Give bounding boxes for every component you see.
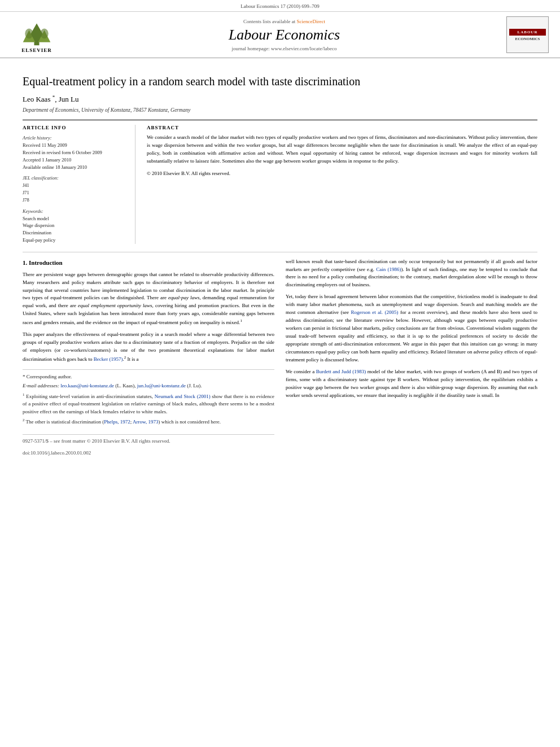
journal-homepage: journal homepage: www.elsevier.com/locat… <box>62 46 506 51</box>
keyword-search-model: Search model <box>23 215 128 222</box>
affiliation: Department of Economics, University of K… <box>23 107 537 113</box>
elsevier-logo: ELSEVIER <box>11 16 62 53</box>
keyword-equal-pay: Equal-pay policy <box>23 237 128 244</box>
email-lu[interactable]: jun.lu@uni-konstanz.de <box>137 383 186 388</box>
journal-center: Contents lists available at ScienceDirec… <box>62 19 506 51</box>
journal-title: Labour Economics <box>62 27 506 43</box>
footer-info: 0927-5371/$ – see front matter © 2010 El… <box>23 434 274 457</box>
sciencedirect-link[interactable]: ScienceDirect <box>297 19 325 24</box>
keywords-label: Keywords: <box>23 208 128 214</box>
sciencedirect-line: Contents lists available at ScienceDirec… <box>62 19 506 24</box>
equal-employment-italic: equal employment opportunity laws <box>78 303 152 308</box>
intro-para2: This paper analyzes the effectiveness of… <box>23 331 274 364</box>
star-footnote: * Corresponding author. <box>23 373 274 381</box>
right-para1: well known result that taste-based discr… <box>286 258 537 290</box>
top-bar: Labour Economics 17 (2010) 699–709 <box>0 0 560 12</box>
fn2-ref: 2 <box>124 355 126 360</box>
elsevier-tree-icon <box>17 21 56 46</box>
jel-j71: J71 <box>23 189 128 196</box>
becker-link[interactable]: Becker (1957) <box>94 356 123 362</box>
elsevier-label: ELSEVIER <box>21 47 52 53</box>
journal-header: ELSEVIER Contents lists available at Sci… <box>0 12 560 58</box>
abstract-heading: ABSTRACT <box>147 125 537 130</box>
copyright: © 2010 Elsevier B.V. All rights reserved… <box>147 170 537 178</box>
corresponding-star: * <box>53 94 55 100</box>
sciencedirect-prefix: Contents lists available at <box>243 19 295 24</box>
article-info-heading: ARTICLE INFO <box>23 125 128 130</box>
jel-j78: J78 <box>23 196 128 204</box>
revised-date: Received in revised form 6 October 2009 <box>23 149 128 156</box>
svg-point-4 <box>25 29 33 39</box>
article-info-section: ARTICLE INFO Article history: Received 1… <box>23 125 135 243</box>
main-content: 1. Introduction There are persistent wag… <box>23 252 537 461</box>
burdett-judd-link[interactable]: Burdett and Judd (1983) <box>316 369 366 374</box>
email-footnote: E-mail addresses: leo.kaas@uni-konstanz.… <box>23 382 274 390</box>
jel-j41: J41 <box>23 182 128 189</box>
article-title: Equal-treatment policy in a random searc… <box>23 74 537 89</box>
right-column: well known result that taste-based discr… <box>286 258 537 461</box>
rogerson-link[interactable]: Rogerson et al. (2005) <box>351 309 398 315</box>
page: Labour Economics 17 (2010) 699–709 ELSEV… <box>0 0 560 747</box>
authors: Leo Kaas *, Jun Lu <box>23 94 537 104</box>
issn-line: 0927-5371/$ – see front matter © 2010 El… <box>23 438 274 445</box>
article-body: Equal-treatment policy in a random searc… <box>0 58 560 473</box>
abstract-text: We consider a search model of the labor … <box>147 134 537 165</box>
online-date: Available online 18 January 2010 <box>23 164 128 171</box>
fn1-ref: 1 <box>240 318 242 323</box>
cain-link[interactable]: Cain (1986) <box>376 267 401 272</box>
introduction-heading: 1. Introduction <box>23 258 274 268</box>
fn1-text: 1 Exploiting state-level variation in an… <box>23 392 274 416</box>
jel-label: JEL classification: <box>23 175 128 181</box>
fn2-text: 2 The other is statistical discriminatio… <box>23 417 274 426</box>
email-kaas[interactable]: leo.kaas@uni-konstanz.de <box>60 383 114 388</box>
article-info-abstract: ARTICLE INFO Article history: Received 1… <box>23 120 537 243</box>
accepted-date: Accepted 1 January 2010 <box>23 156 128 164</box>
arrow-link[interactable]: Arrow, 1973 <box>133 419 158 425</box>
journal-citation: Labour Economics 17 (2010) 699–709 <box>240 3 319 9</box>
footnotes: * Corresponding author. E-mail addresses… <box>23 369 274 426</box>
keyword-wage-dispersion: Wage dispersion <box>23 222 128 229</box>
article-history-label: Article history: <box>23 135 128 141</box>
journal-logo-right: LABOUR ECONOMICS <box>506 16 549 53</box>
phelps-link[interactable]: Phelps, 1972 <box>104 419 130 425</box>
keyword-discrimination: Discrimination <box>23 229 128 237</box>
equal-pay-laws-italic: equal-pay laws <box>168 295 200 300</box>
intro-para1: There are persistent wage gaps between d… <box>23 271 274 327</box>
doi-line: doi:10.1016/j.labeco.2010.01.002 <box>23 449 274 457</box>
right-para2: Yet, today there is broad agreement betw… <box>286 293 537 364</box>
abstract-section: ABSTRACT We consider a search model of t… <box>147 125 537 243</box>
logo-bar-line2: ECONOMICS <box>515 37 540 41</box>
logo-bar-line1: LABOUR <box>509 29 546 36</box>
neumark-stock-link[interactable]: Neumark and Stock (2001) <box>155 394 211 399</box>
email-label: E-mail addresses: <box>23 383 59 388</box>
right-para3: We consider a Burdett and Judd (1983) mo… <box>286 368 537 400</box>
author-names: Leo Kaas *, Jun Lu <box>23 95 78 103</box>
left-column: 1. Introduction There are persistent wag… <box>23 258 274 461</box>
svg-point-5 <box>40 29 48 39</box>
received-date: Received 11 May 2009 <box>23 142 128 149</box>
